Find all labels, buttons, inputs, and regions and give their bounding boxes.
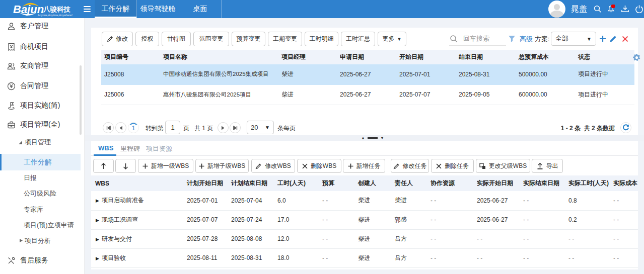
svg-text:八骏科技: 八骏科技 [43,6,71,13]
svg-text:Anyone,Anytime,Anywhere!: Anyone,Anytime,Anywhere! [38,14,73,17]
